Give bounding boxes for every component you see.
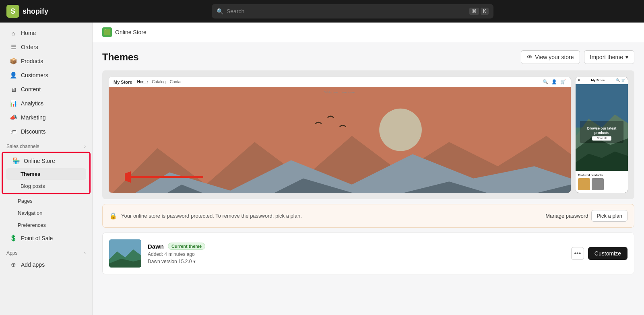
nav-link-catalog: Catalog (152, 80, 165, 84)
sidebar-label-analytics: Analytics (21, 100, 43, 107)
sidebar-item-navigation[interactable]: Navigation (3, 207, 89, 219)
ellipsis-icon: ••• (574, 250, 581, 257)
sales-channels-label: Sales channels (6, 144, 39, 149)
view-store-button[interactable]: 👁 View your store (521, 50, 580, 64)
breadcrumb-text: Online Store (115, 29, 147, 35)
sidebar-label-themes: Themes (21, 171, 40, 177)
theme-version-text: Dawn version 15.2.0 (148, 259, 192, 264)
chevron-down-icon: ▾ (625, 54, 628, 60)
svg-text:Shop all: Shop all (597, 137, 607, 140)
lock-icon: 🔒 (109, 212, 117, 220)
sidebar-item-marketing[interactable]: 📣 Marketing (3, 111, 89, 124)
customize-button[interactable]: Customize (588, 247, 627, 260)
search-bar[interactable]: 🔍 Search ⌘ K (212, 4, 493, 19)
mobile-mountain-svg: Browse our latest products Shop all (576, 84, 628, 171)
theme-thumbnail (109, 239, 141, 268)
account-nav-icon: 👤 (551, 79, 557, 84)
sidebar-item-preferences[interactable]: Preferences (3, 219, 89, 231)
search-nav-icon: 🔍 (543, 79, 548, 84)
chevron-right-icon-apps: › (84, 250, 86, 256)
sidebar-item-blog-posts[interactable]: Blog posts (6, 180, 86, 192)
svg-point-12 (379, 109, 422, 151)
search-icon: 🔍 (217, 8, 223, 14)
online-store-icon: 🏪 (12, 157, 20, 165)
sidebar-item-orders[interactable]: ☰ Orders (3, 40, 89, 54)
password-warning-actions: Manage password Pick a plan (545, 210, 627, 222)
theme-card: Dawn Current theme Added: 4 minutes ago … (102, 233, 634, 274)
sidebar-item-online-store[interactable]: 🏪 Online Store (6, 154, 86, 168)
manage-password-button[interactable]: Manage password (545, 213, 588, 219)
svg-text:Browse our latest: Browse our latest (587, 126, 617, 130)
sidebar-label-add-apps: Add apps (21, 261, 45, 268)
search-shortcuts: ⌘ K (469, 8, 489, 15)
home-icon: ⌂ (10, 29, 17, 37)
svg-text:products: products (594, 131, 609, 135)
sidebar: ⌂ Home ☰ Orders 📦 Products 👤 Customers 🖥… (0, 23, 93, 315)
more-options-button[interactable]: ••• (571, 247, 584, 260)
preview-hero: Welcome to our store (109, 87, 571, 193)
customers-icon: 👤 (10, 72, 17, 79)
mobile-search-icon: 🔍 (616, 78, 620, 82)
mobile-store-name: My Store (591, 78, 605, 82)
pick-plan-button[interactable]: Pick a plan (591, 210, 627, 222)
k-kbd: K (481, 8, 489, 15)
import-theme-button[interactable]: Import theme ▾ (584, 50, 634, 64)
sidebar-label-discounts: Discounts (21, 128, 45, 135)
add-apps-icon: ⊕ (10, 261, 17, 268)
sidebar-label-blog-posts: Blog posts (21, 183, 45, 189)
theme-thumbnail-svg (109, 239, 141, 268)
preview-nav: My Store Home Catalog Contact 🔍 👤 🛒 (109, 77, 571, 87)
eye-icon: 👁 (527, 54, 533, 60)
sidebar-item-add-apps[interactable]: ⊕ Add apps (3, 258, 89, 272)
sidebar-item-products[interactable]: 📦 Products (3, 54, 89, 68)
sidebar-label-navigation: Navigation (18, 210, 42, 216)
cmd-kbd: ⌘ (469, 8, 479, 15)
sidebar-label-pos: Point of Sale (21, 235, 53, 241)
theme-preview-section: My Store Home Catalog Contact 🔍 👤 🛒 (102, 70, 634, 199)
discounts-icon: 🏷 (10, 128, 17, 135)
sidebar-item-discounts[interactable]: 🏷 Discounts (3, 125, 89, 138)
password-warning-text: Your online store is password protected.… (121, 213, 541, 219)
nav-link-contact: Contact (170, 80, 184, 84)
view-store-label: View your store (535, 54, 574, 60)
cart-nav-icon: 🛒 (560, 79, 566, 84)
sidebar-label-marketing: Marketing (21, 114, 45, 121)
sidebar-item-content[interactable]: 🖥 Content (3, 82, 89, 96)
mobile-cart-icon: 🛒 (621, 78, 625, 82)
topbar: S shopify 🔍 Search ⌘ K (0, 0, 644, 23)
sidebar-label-preferences: Preferences (18, 222, 46, 228)
shopify-logo-icon: S (6, 5, 19, 18)
sidebar-label-content: Content (21, 86, 41, 93)
header-actions: 👁 View your store Import theme ▾ (521, 50, 634, 64)
main-content: 🟩 Online Store Themes 👁 View your store … (93, 23, 644, 315)
sidebar-item-pages[interactable]: Pages (3, 195, 89, 207)
mountain-svg (109, 87, 571, 193)
sidebar-label-customers: Customers (21, 72, 48, 78)
sidebar-item-point-of-sale[interactable]: 💲 Point of Sale (3, 231, 89, 245)
theme-info: Dawn Current theme Added: 4 minutes ago … (148, 243, 565, 264)
sales-channels-section[interactable]: Sales channels › (0, 139, 92, 151)
theme-version[interactable]: Dawn version 15.2.0 ▾ (148, 259, 565, 264)
breadcrumb: 🟩 Online Store (93, 23, 644, 42)
analytics-icon: 📊 (10, 100, 17, 107)
preview-headline: Welcome to our store (109, 89, 571, 96)
theme-name: Dawn (148, 243, 164, 250)
desktop-preview-content: My Store Home Catalog Contact 🔍 👤 🛒 (109, 77, 571, 193)
mobile-preview: ≡ My Store 🔍 🛒 (576, 77, 628, 193)
sidebar-label-home: Home (21, 30, 36, 36)
import-theme-label: Import theme (590, 54, 623, 60)
password-warning: 🔒 Your online store is password protecte… (102, 204, 634, 228)
apps-section[interactable]: Apps › (0, 245, 92, 257)
red-highlight-box: 🏪 Online Store Themes Blog posts (2, 152, 91, 194)
theme-name-row: Dawn Current theme (148, 243, 565, 250)
sidebar-item-analytics[interactable]: 📊 Analytics (3, 97, 89, 110)
pos-icon: 💲 (10, 235, 17, 242)
mobile-nav: ≡ My Store 🔍 🛒 (576, 77, 628, 84)
search-placeholder: Search (227, 8, 244, 14)
chevron-down-version-icon: ▾ (193, 259, 196, 264)
sidebar-item-home[interactable]: ⌂ Home (3, 26, 89, 40)
desktop-preview: My Store Home Catalog Contact 🔍 👤 🛒 (109, 77, 571, 193)
sidebar-item-themes[interactable]: Themes (6, 168, 86, 180)
sidebar-item-customers[interactable]: 👤 Customers (3, 68, 89, 82)
marketing-icon: 📣 (10, 114, 17, 121)
